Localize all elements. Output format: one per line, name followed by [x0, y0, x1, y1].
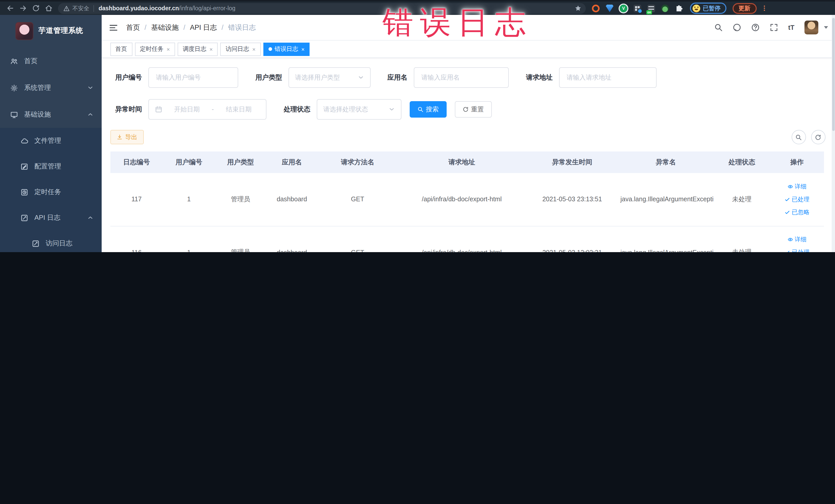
export-button[interactable]: 导出 — [110, 130, 143, 144]
fullscreen-icon[interactable] — [770, 23, 778, 32]
search-button[interactable]: 搜索 — [409, 101, 446, 118]
browser-forward-icon[interactable] — [19, 4, 27, 12]
scrollbar-thumb[interactable] — [832, 18, 834, 131]
extensions-puzzle-icon[interactable] — [675, 4, 683, 12]
tab-3[interactable]: 访问日志 × — [221, 42, 261, 56]
table-header-row: 日志编号用户编号用户类型应用名请求方法名请求地址异常发生时间异常名处理状态操作 — [110, 152, 824, 173]
sidebar-item-1[interactable]: 系统管理 — [0, 75, 101, 101]
cell-user-type: 管理员 — [215, 226, 266, 252]
watermark-text: 错误日志 — [383, 2, 532, 44]
cell-method: GET — [318, 173, 398, 226]
row-action-已处理[interactable]: 已处理 — [772, 246, 822, 252]
start-date-placeholder: 开始日期 — [166, 105, 208, 114]
extension-icon-6[interactable] — [661, 4, 669, 12]
cell-log-id: 116 — [110, 226, 163, 252]
close-icon[interactable]: × — [167, 46, 170, 52]
check-icon — [785, 249, 790, 252]
exception-time-range-picker[interactable]: 开始日期 - 结束日期 — [148, 99, 266, 120]
refresh-icon — [462, 106, 468, 113]
chevron-down-icon — [388, 106, 394, 113]
log-icon — [32, 240, 40, 247]
sidebar-item-label: 首页 — [24, 57, 38, 66]
row-action-详细[interactable]: 详细 — [772, 180, 822, 193]
search-icon — [795, 134, 802, 140]
column-header: 应用名 — [266, 152, 318, 173]
font-size-icon[interactable]: tT — [788, 24, 794, 31]
not-secure-icon — [63, 5, 70, 12]
refresh-icon — [815, 134, 821, 140]
extension-icon-5[interactable] — [647, 4, 655, 12]
close-icon[interactable]: × — [209, 46, 213, 52]
sidebar-item-7[interactable]: 访问日志 — [0, 230, 101, 252]
tab-label: 首页 — [115, 45, 127, 53]
sidebar-item-label: 系统管理 — [24, 83, 51, 93]
github-icon[interactable] — [733, 23, 741, 32]
chevron-down-icon — [87, 85, 93, 91]
row-action-已处理[interactable]: 已处理 — [772, 193, 822, 206]
app-logo-row[interactable]: 芋道管理系统 — [0, 15, 101, 47]
extension-icon-1[interactable] — [592, 4, 599, 12]
app-name-input[interactable] — [420, 74, 502, 82]
view-icon — [788, 237, 793, 242]
request-url-input[interactable] — [566, 74, 650, 82]
cell-actions: 详细已处理已忽略 — [770, 226, 824, 252]
row-action-详细[interactable]: 详细 — [772, 233, 822, 246]
hamburger-icon[interactable] — [108, 23, 118, 32]
hide-search-button[interactable] — [791, 130, 806, 144]
close-icon[interactable]: × — [301, 46, 305, 52]
browser-back-icon[interactable] — [6, 4, 14, 12]
column-header: 操作 — [770, 152, 824, 173]
breadcrumb-item-2[interactable]: API 日志 — [190, 23, 217, 32]
cell-method: GET — [318, 226, 398, 252]
browser-reload-icon[interactable] — [32, 4, 40, 12]
tab-1[interactable]: 定时任务 × — [135, 42, 175, 56]
cell-time: 2021-05-03 12:02:31 — [526, 226, 618, 252]
avatar-caret-icon[interactable] — [824, 26, 828, 29]
sidebar-item-6[interactable]: API 日志 — [0, 205, 101, 230]
sidebar-item-3[interactable]: 文件管理 — [0, 128, 101, 154]
sidebar-item-label: 文件管理 — [34, 136, 61, 145]
chevron-down-icon — [358, 75, 364, 81]
cell-status: 未处理 — [713, 226, 770, 252]
row-action-已忽略[interactable]: 已忽略 — [772, 206, 822, 219]
process-status-select[interactable]: 请选择处理状态 — [317, 99, 401, 120]
cell-log-id: 117 — [110, 173, 163, 226]
error-log-table: 日志编号用户编号用户类型应用名请求方法名请求地址异常发生时间异常名处理状态操作 … — [110, 152, 825, 252]
sidebar-item-0[interactable]: 首页 — [0, 48, 101, 75]
header-search-icon[interactable] — [714, 23, 723, 32]
cell-user-id: 1 — [163, 173, 215, 226]
tab-0[interactable]: 首页 — [110, 42, 132, 56]
export-button-label: 导出 — [125, 133, 137, 141]
bookmark-star-icon[interactable] — [574, 5, 582, 12]
column-header: 异常发生时间 — [526, 152, 618, 173]
app-name-input-wrap — [413, 67, 509, 88]
sidebar-item-label: 基础设施 — [24, 110, 51, 119]
paused-label: 已暂停 — [703, 4, 720, 12]
breadcrumb-item-0[interactable]: 首页 — [126, 23, 140, 32]
sidebar-item-2[interactable]: 基础设施 — [0, 101, 101, 128]
browser-menu-icon[interactable] — [760, 5, 768, 12]
profile-paused-chip[interactable]: 已暂停 — [690, 3, 726, 14]
browser-update-button[interactable]: 更新 — [732, 3, 756, 14]
reset-button[interactable]: 重置 — [454, 101, 492, 118]
url-path: /infra/log/api-error-log — [179, 5, 236, 11]
app-logo-avatar — [15, 22, 33, 40]
help-icon[interactable] — [751, 23, 760, 32]
scrollbar[interactable] — [831, 15, 835, 252]
tab-4[interactable]: 错误日志 × — [263, 42, 310, 56]
extension-icon-3[interactable]: V — [619, 4, 627, 12]
extension-icon-4[interactable] — [633, 4, 641, 12]
tab-2[interactable]: 调度日志 × — [178, 42, 218, 56]
close-icon[interactable]: × — [252, 46, 256, 52]
reset-button-label: 重置 — [471, 105, 484, 114]
breadcrumb-item-1[interactable]: 基础设施 — [151, 23, 179, 32]
sidebar-item-5[interactable]: 定时任务 — [0, 179, 101, 205]
user-avatar[interactable] — [804, 21, 818, 35]
cell-url: /api/infra/db-doc/export-html — [398, 226, 526, 252]
user-type-select[interactable]: 请选择用户类型 — [288, 67, 370, 88]
user-id-input[interactable] — [155, 74, 231, 82]
refresh-table-button[interactable] — [811, 130, 825, 144]
extension-icon-2[interactable] — [606, 4, 613, 12]
browser-home-icon[interactable] — [45, 4, 53, 12]
sidebar-item-4[interactable]: 配置管理 — [0, 154, 101, 179]
